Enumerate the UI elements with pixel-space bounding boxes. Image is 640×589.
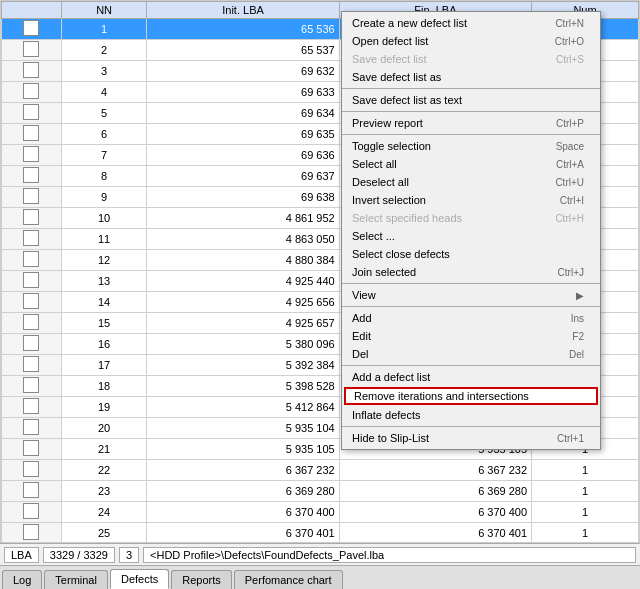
- menu-item[interactable]: Deselect allCtrl+U: [342, 173, 600, 191]
- menu-separator: [342, 111, 600, 112]
- menu-item[interactable]: DelDel: [342, 345, 600, 363]
- menu-item-label: Edit: [352, 330, 371, 342]
- row-nn: 10: [61, 208, 147, 229]
- menu-item[interactable]: Preview reportCtrl+P: [342, 114, 600, 132]
- row-checkbox[interactable]: [2, 439, 62, 460]
- row-checkbox[interactable]: [2, 481, 62, 502]
- row-checkbox[interactable]: [2, 523, 62, 544]
- tab-bar: LogTerminalDefectsReportsPerfomance char…: [0, 565, 640, 589]
- row-checkbox[interactable]: [2, 292, 62, 313]
- table-row[interactable]: 246 370 4006 370 4001: [2, 502, 639, 523]
- menu-item[interactable]: Inflate defects: [342, 406, 600, 424]
- row-init-lba: 5 392 384: [147, 355, 339, 376]
- col-nn: NN: [61, 2, 147, 19]
- menu-item-label: Select all: [352, 158, 397, 170]
- tab-reports[interactable]: Reports: [171, 570, 232, 589]
- row-nn: 1: [61, 19, 147, 40]
- menu-item[interactable]: EditF2: [342, 327, 600, 345]
- row-nn: 9: [61, 187, 147, 208]
- menu-item-label: Open defect list: [352, 35, 428, 47]
- row-init-lba: 5 412 864: [147, 397, 339, 418]
- row-checkbox[interactable]: [2, 355, 62, 376]
- row-checkbox[interactable]: [2, 418, 62, 439]
- menu-separator: [342, 88, 600, 89]
- row-nn: 22: [61, 460, 147, 481]
- menu-item[interactable]: Remove iterations and intersections: [344, 387, 598, 405]
- menu-item-shortcut: Ctrl+I: [560, 195, 584, 206]
- row-checkbox[interactable]: [2, 82, 62, 103]
- menu-item-shortcut: ▶: [576, 290, 584, 301]
- table-row[interactable]: 226 367 2326 367 2321: [2, 460, 639, 481]
- row-checkbox[interactable]: [2, 460, 62, 481]
- row-nn: 6: [61, 124, 147, 145]
- row-checkbox[interactable]: [2, 103, 62, 124]
- row-checkbox[interactable]: [2, 313, 62, 334]
- row-nn: 5: [61, 103, 147, 124]
- row-init-lba: 4 863 050: [147, 229, 339, 250]
- row-checkbox[interactable]: [2, 61, 62, 82]
- menu-item-shortcut: Ctrl+U: [555, 177, 584, 188]
- row-checkbox[interactable]: [2, 229, 62, 250]
- table-area: NN Init. LBA Fin. LBA Num 165 53665 5361…: [0, 0, 640, 543]
- row-checkbox[interactable]: [2, 208, 62, 229]
- row-checkbox[interactable]: [2, 334, 62, 355]
- tab-perfomance-chart[interactable]: Perfomance chart: [234, 570, 343, 589]
- row-checkbox[interactable]: [2, 124, 62, 145]
- row-nn: 2: [61, 40, 147, 61]
- menu-item[interactable]: AddIns: [342, 309, 600, 327]
- row-checkbox[interactable]: [2, 145, 62, 166]
- row-init-lba: 4 925 657: [147, 313, 339, 334]
- menu-item[interactable]: Toggle selectionSpace: [342, 137, 600, 155]
- row-checkbox[interactable]: [2, 376, 62, 397]
- status-lba: LBA: [4, 547, 39, 563]
- row-nn: 16: [61, 334, 147, 355]
- row-checkbox[interactable]: [2, 40, 62, 61]
- row-nn: 15: [61, 313, 147, 334]
- menu-item-label: Join selected: [352, 266, 416, 278]
- menu-separator: [342, 426, 600, 427]
- row-checkbox[interactable]: [2, 19, 62, 40]
- row-nn: 7: [61, 145, 147, 166]
- menu-item[interactable]: Join selectedCtrl+J: [342, 263, 600, 281]
- menu-item-label: Save defect list as text: [352, 94, 462, 106]
- menu-item[interactable]: View▶: [342, 286, 600, 304]
- menu-item[interactable]: Select allCtrl+A: [342, 155, 600, 173]
- menu-item[interactable]: Invert selectionCtrl+I: [342, 191, 600, 209]
- tab-log[interactable]: Log: [2, 570, 42, 589]
- row-checkbox[interactable]: [2, 250, 62, 271]
- row-checkbox[interactable]: [2, 502, 62, 523]
- menu-item-shortcut: Ctrl+P: [556, 118, 584, 129]
- row-checkbox[interactable]: [2, 187, 62, 208]
- row-init-lba: 6 369 280: [147, 481, 339, 502]
- row-init-lba: 69 635: [147, 124, 339, 145]
- menu-separator: [342, 134, 600, 135]
- menu-item[interactable]: Hide to Slip-ListCtrl+1: [342, 429, 600, 447]
- row-checkbox[interactable]: [2, 271, 62, 292]
- menu-item-shortcut: Ctrl+S: [556, 54, 584, 65]
- menu-item-shortcut: Ins: [571, 313, 584, 324]
- row-nn: 3: [61, 61, 147, 82]
- row-checkbox[interactable]: [2, 397, 62, 418]
- row-nn: 4: [61, 82, 147, 103]
- table-row[interactable]: 256 370 4016 370 4011: [2, 523, 639, 544]
- menu-item[interactable]: Create a new defect listCtrl+N: [342, 14, 600, 32]
- menu-item[interactable]: Save defect list as: [342, 68, 600, 86]
- menu-item[interactable]: Save defect list as text: [342, 91, 600, 109]
- menu-item[interactable]: Select close defects: [342, 245, 600, 263]
- tab-defects[interactable]: Defects: [110, 569, 169, 589]
- status-bar: LBA 3329 / 3329 3 <HDD Profile>\Defects\…: [0, 543, 640, 565]
- tab-terminal[interactable]: Terminal: [44, 570, 108, 589]
- row-checkbox[interactable]: [2, 166, 62, 187]
- row-nn: 12: [61, 250, 147, 271]
- row-init-lba: 65 536: [147, 19, 339, 40]
- menu-item-shortcut: F2: [572, 331, 584, 342]
- table-row[interactable]: 236 369 2806 369 2801: [2, 481, 639, 502]
- menu-item[interactable]: Open defect listCtrl+O: [342, 32, 600, 50]
- menu-item[interactable]: Add a defect list: [342, 368, 600, 386]
- menu-item-label: Del: [352, 348, 369, 360]
- menu-separator: [342, 365, 600, 366]
- row-nn: 21: [61, 439, 147, 460]
- menu-item[interactable]: Select ...: [342, 227, 600, 245]
- main-container: NN Init. LBA Fin. LBA Num 165 53665 5361…: [0, 0, 640, 589]
- menu-item-shortcut: Ctrl+O: [555, 36, 584, 47]
